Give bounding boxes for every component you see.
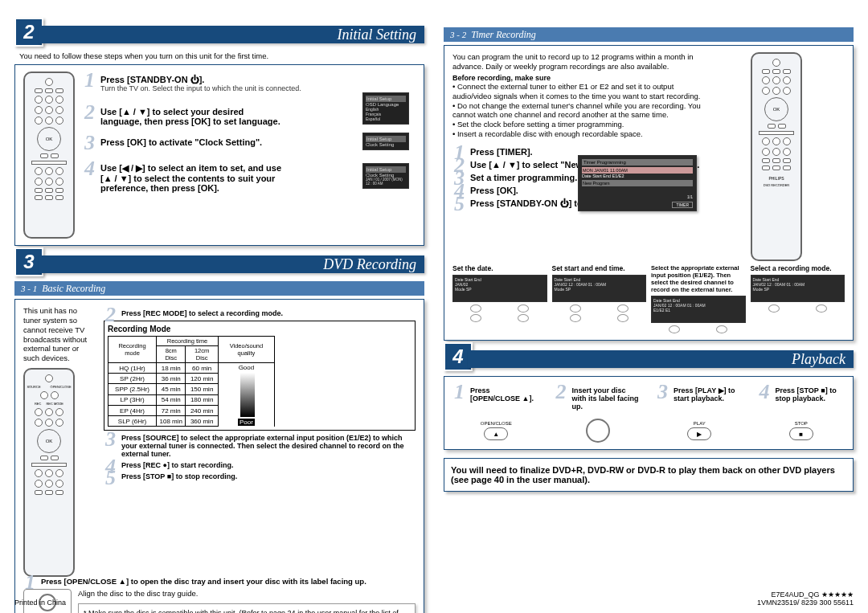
remote-illustration-timer: OK PHILIPS DVD RECORDER — [751, 52, 802, 261]
disc-icon — [586, 419, 610, 443]
step-num: 3 — [84, 131, 95, 155]
step-num: 1 — [454, 380, 465, 404]
set-date-title: Set the date. — [452, 264, 547, 272]
play-icon: ▶ — [687, 427, 711, 440]
step-num: 4 — [84, 157, 95, 181]
compat-note: * Make sure the disc is compatible with … — [78, 603, 416, 613]
mini-tv: Date Start End JAN/02 12 : 00AM 01 : 00A… — [751, 275, 845, 302]
clock-value-screenshot: Initial Setup Clock Setting JAN / 01 / 2… — [362, 163, 409, 189]
timer-recording-subheader: 3 - 2 Timer Recording — [444, 27, 854, 42]
step-title: Press [STANDBY-ON ⏻]. — [100, 75, 416, 84]
basic-intro: This unit has no tuner system so cannot … — [23, 306, 96, 363]
before-item: • Set the clock before setting a timer p… — [452, 120, 702, 129]
step-title: Use [▲ / ▼] to select your desired langu… — [100, 107, 285, 126]
step-title: Press [REC ●] to start recording. — [121, 461, 416, 469]
stop-icon: ■ — [789, 427, 813, 440]
remote-illustration: OK — [23, 72, 75, 239]
recording-mode-table: Recording mode Recording time Video/soun… — [108, 336, 275, 427]
play-label: PLAY — [656, 421, 743, 426]
align-disc-note: Align the disc to the disc tray guide. — [78, 589, 416, 599]
step-title: Use [◀ / ▶] to select an item to set, an… — [100, 163, 285, 193]
remote-illustration-large: SOURCEOPEN/CLOSE RECREC MODE OK — [23, 368, 75, 577]
section-title: Playback — [468, 350, 854, 368]
step-title: Press [STOP ■] to stop recording. — [121, 472, 416, 480]
step-title: Press [REC MODE] to select a recording m… — [121, 309, 416, 317]
step-title: Press [STOP ■] to stop playback. — [776, 386, 845, 403]
step-title: Press [PLAY ▶] to start playback. — [674, 386, 743, 403]
footer-right: E7E4AUD_QG ★★★★★ 1VMN23519/ 8239 300 556… — [757, 591, 854, 607]
clock-setting-screenshot: Initial Setup Clock Setting — [362, 133, 409, 150]
step-title: Press [OPEN/CLOSE ▲]. — [470, 386, 540, 403]
open-close-icon: ▲ — [484, 427, 508, 440]
step-num: 4 — [760, 380, 770, 404]
initial-intro: You need to follow these steps when you … — [19, 51, 424, 61]
step-title: Press [OK] to activate "Clock Setting". — [100, 137, 285, 147]
before-item: • Do not change the external tuner's cha… — [452, 101, 702, 121]
stop-label: STOP — [758, 421, 845, 426]
step-num: 2 — [84, 100, 95, 125]
footer-left: Printed in China — [14, 599, 66, 607]
recording-mode-title: Recording Mode — [108, 325, 411, 333]
section-title: Initial Setting — [39, 26, 424, 43]
step-title: Press [SOURCE] to select the appropriate… — [121, 434, 416, 458]
step-num: 1 — [84, 68, 95, 92]
before-item: • Insert a recordable disc with enough r… — [452, 129, 702, 139]
step-num: 2 — [105, 303, 116, 327]
step-num: 3 — [657, 380, 668, 404]
timer-intro: You can program the unit to record up to… — [452, 52, 702, 72]
step-num: 5 — [105, 466, 116, 490]
select-input-title: Select the appropriate external input po… — [651, 264, 746, 293]
select-recmode-title: Select a recording mode. — [751, 264, 845, 272]
step-body: Turn the TV on. Select the input to whic… — [100, 84, 416, 92]
mini-tv: Date Start End JAN/02 12 : 00AM 01 : 00A… — [651, 296, 746, 323]
step-num: 3 — [105, 427, 116, 452]
open-close-label: OPEN/CLOSE — [452, 421, 540, 426]
set-time-title: Set start and end time. — [552, 264, 647, 272]
step-title: Insert your disc with its label facing u… — [572, 386, 642, 411]
section-title: DVD Recording — [39, 255, 424, 273]
before-recording-title: Before recording, make sure — [452, 74, 702, 82]
osd-lang-screenshot: Initial Setup OSD Language English Franç… — [362, 92, 409, 125]
step-num: 1 — [25, 570, 35, 595]
timer-programming-screenshot: Timer Programming MON JAN/01 11:00AM Dat… — [578, 155, 697, 211]
step-num: 2 — [556, 380, 567, 404]
mini-tv: Date Start End JAN/02 Mode SP — [452, 275, 547, 302]
mini-tv: Date Start End JAN/02 12 : 00AM 01 : 00A… — [552, 275, 647, 302]
basic-recording-subheader: 3 - 1 Basic Recording — [14, 281, 424, 296]
step-title: Press [OPEN/CLOSE ▲] to open the disc tr… — [41, 577, 416, 586]
step-num: 5 — [454, 192, 465, 216]
remote-ok-button: OK — [37, 127, 61, 151]
playback-finalize-note: You will need to finalize DVD+R, DVD-RW … — [444, 458, 854, 492]
before-item: • Connect the external tuner to either E… — [452, 82, 702, 101]
